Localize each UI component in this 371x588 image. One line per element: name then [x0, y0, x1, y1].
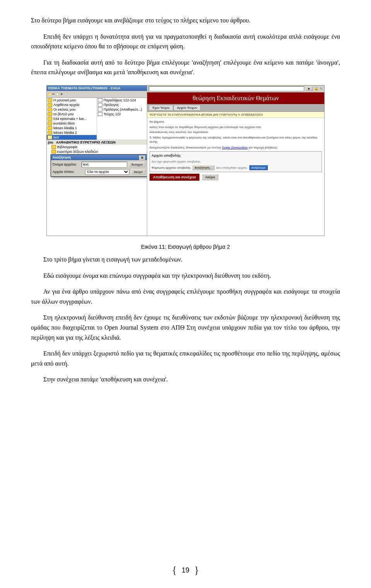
bracket-right: }: [194, 564, 199, 576]
fm-col-right: Παραλήψεις 122-124 Πρόλογος Πρόλογος (Απ…: [97, 98, 147, 140]
fm-item[interactable]: Πρόλογος (Αποθηκεύτ...): [97, 107, 147, 112]
fm-item[interactable]: ευρετήριο λέξεων κλειδιών: [47, 149, 147, 154]
paragraph-6: Αν για ένα άρθρο υπάρχουν πάνω από ένας …: [31, 287, 340, 306]
paragraph-9: Στην συνέχεια πατάμε 'αποθήκευση και συν…: [31, 374, 340, 385]
address-input[interactable]: [149, 86, 304, 91]
fm-item[interactable]: Η μουσική μου: [47, 98, 97, 103]
fm-item[interactable]: Βιβλιογραφία: [47, 145, 147, 149]
secure-icon: 🔒: [314, 87, 318, 91]
contact-text: Αντιμετωπίζετε δυσκολίες; Επικοινωνήστε …: [150, 146, 221, 149]
screenshot-container: EIDIKA THEMATA DIAPOLITISMIKIS - ZAGA 📁 …: [31, 85, 340, 236]
dialog-title-text: Αναζήτηση: [53, 156, 71, 159]
page-footer: { 19 }: [172, 564, 199, 576]
fm-item-text-selected[interactable]: text: [47, 135, 97, 140]
fm-section-header: jou ΑΛΦΑΒΗΤΙΚΟ ΕΥΡΕΤΗΡΙΟ ΛΕΞΕΩΝ: [47, 140, 147, 145]
open-dialog: Αναζήτηση ✕ Όνομα αρχείου: Άνοιγμα Αρχεί…: [51, 154, 147, 177]
file-manager-panel: EIDIKA THEMATA DIAPOLITISMIKIS - ZAGA 📁 …: [47, 85, 147, 236]
web-addressbar: ► 🔒 ↻: [147, 85, 324, 92]
dialog-filename-input[interactable]: [82, 162, 127, 168]
dialog-open-button[interactable]: Άνοιγμα: [129, 162, 145, 167]
fm-item[interactable]: Τεύχος 122: [97, 112, 147, 116]
bottom-buttons: Αποθήκευση και συνέχεια Ακύρο: [150, 174, 322, 181]
paragraph-1: Στο δεύτερο βήμα εισάγουμε και ανεβάζουμ…: [31, 15, 340, 26]
fm-item[interactable]: lekses kleidia 2: [47, 130, 97, 135]
paragraph-5: Εδώ εισάγουμε όνομα και επώνυμο συγγραφέ…: [31, 271, 340, 281]
web-step-5: 5. Μόλις πραγματοποιηθεί η φόρτωση της υ…: [150, 135, 322, 144]
dialog-body: Όνομα αρχείου: Άνοιγμα Αρχεία τύπου: Όλα…: [51, 160, 147, 176]
web-panel: ► 🔒 ↻ θεώρηση Εκπαιδευτικών Θεμάτων Έχον…: [147, 85, 324, 236]
web-step-4: κολουθώντας τους κανόνες του περιοδικού.: [150, 130, 322, 134]
dialog-filename-label: Όνομα αρχείου:: [53, 162, 80, 166]
paragraph-8: Επειδή δεν υπάρχει ξεχωριστό πεδίο για τ…: [31, 349, 340, 368]
fm-item[interactable]: 034 episimata + bar...: [47, 116, 97, 121]
save-continue-button[interactable]: Αποθήκευση και συνέχεια: [150, 174, 199, 181]
contact-line: Αντιμετωπίζετε δυσκολίες; Επικοινωνήστε …: [150, 145, 322, 150]
screenshot-area: EIDIKA THEMATA DIAPOLITISMIKIS - ZAGA 📁 …: [46, 85, 325, 236]
refresh-icon: ↻: [320, 87, 323, 91]
fm-col-left: Η μουσική μου Ληφθέντα αρχείο Οι εικόνες…: [47, 98, 97, 140]
contact-rest: για παροχή βοήθειας.: [248, 146, 278, 149]
bottom-cancel-button[interactable]: Ακύρο: [202, 174, 219, 180]
web-tab-arxeio[interactable]: Αρχείο Τευχών: [174, 105, 201, 111]
fm-item[interactable]: Ληφθέντα αρχείο: [47, 103, 97, 107]
file-upload-button[interactable]: Ανέβασμα: [249, 165, 268, 170]
web-tab-teuchos[interactable]: Έχον Τεύχος: [149, 105, 173, 111]
dialog-filename-row: Όνομα αρχείου: Άνοιγμα: [53, 162, 145, 168]
fm-item[interactable]: lekses kleidia 1: [47, 126, 97, 130]
figure-caption: Εικόνα 11: Εισαγωγή άρθρου βήμα 2: [31, 244, 340, 250]
go-button[interactable]: ►: [306, 87, 313, 91]
web-site-header: θεώρηση Εκπαιδευτικών Θεμάτων: [147, 92, 324, 104]
file-search-button[interactable]: Αναζήτηση...: [192, 165, 214, 170]
web-content-steps: θα βήματα. κείου) που ανοίγει το παράθυρ…: [147, 118, 324, 182]
bracket-left: {: [172, 564, 177, 576]
dialog-cancel-button[interactable]: Ακύρο: [131, 169, 145, 174]
paragraph-4: Στο τρίτο βήμα γίνεται η εισαγωγή των με…: [31, 255, 340, 265]
web-notice: ΦΟΡΤΩΣΤΕ ΤΑ ΣΥΜΠΛΗΡΩΜΑΤΙΚΑ ΑΡΧΕΙΑ (ΑΝ ΥΠ…: [147, 112, 324, 118]
file-not-selected-text: Δεν επιλέχθηκε αρχείο.: [216, 166, 248, 170]
web-title-text: θεώρηση Εκπαιδευτικών Θεμάτων: [193, 95, 279, 101]
fm-item[interactable]: euretinio lition: [47, 121, 97, 126]
web-step-text: θα βήματα.: [150, 120, 322, 124]
file-upload-row: Φόρτωση αρχείου υποβολής Αναζήτηση... Δε…: [151, 165, 320, 170]
file-upload-label: Φόρτωση αρχείου υποβολής: [151, 166, 191, 170]
fm-toolbar: 📁 ✂ 📋 ✕: [47, 91, 147, 98]
dialog-titlebar: Αναζήτηση ✕: [51, 155, 147, 160]
contact-link[interactable]: Σοφία Ζαπουνίδου: [222, 146, 248, 149]
web-nav-bar: Έχον Τεύχος Αρχείο Τευχών: [147, 104, 324, 112]
paragraph-3: Για τη διαδικασία αυτή από το δεύτερο βή…: [31, 58, 340, 77]
fm-item[interactable]: Οι εικόνες μου: [47, 107, 97, 112]
fm-file-columns: Η μουσική μου Ληφθέντα αρχείο Οι εικόνες…: [47, 98, 147, 140]
file-upload-section: Αρχείο υποβολής Δεν έχει φορτωθεί αρχείο…: [150, 151, 322, 172]
paragraph-2: Επειδή δεν υπάρχει η δυνατότητα αυτή για…: [31, 32, 340, 51]
page-number: 19: [182, 566, 189, 574]
dialog-filetype-row: Αρχεία τύπου: Όλα τα αρχεία Ακύρο: [53, 169, 145, 175]
file-section-title: Αρχείο υποβολής: [151, 153, 320, 158]
fm-titlebar: EIDIKA THEMATA DIAPOLITISMIKIS - ZAGA: [47, 85, 147, 91]
fm-item[interactable]: τα βίντεό μου: [47, 112, 97, 116]
fm-item[interactable]: Παραλήψεις 122-124: [97, 98, 147, 103]
dialog-filetype-label: Αρχεία τύπου:: [53, 170, 83, 174]
file-not-loaded-text: Δεν έχει φορτωθεί αρχείο υποβολής.: [151, 159, 320, 164]
dialog-close-btn[interactable]: ✕: [139, 156, 145, 160]
paragraph-7: Στη ηλεκτρονική διεύθυνση επειδή δεν έχο…: [31, 313, 340, 342]
web-step-3: κείου) που ανοίγει το παράθυρο Φόρτωση α…: [150, 125, 322, 129]
fm-item[interactable]: Πρόλογος: [97, 103, 147, 107]
dialog-filetype-select[interactable]: Όλα τα αρχεία: [85, 169, 129, 175]
